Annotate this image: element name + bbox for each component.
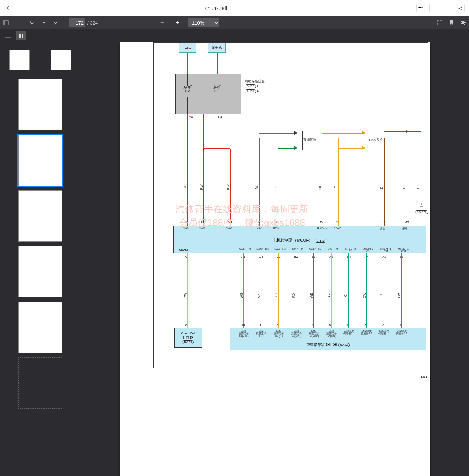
find-button[interactable]: [26, 17, 38, 29]
zoom-in-button[interactable]: +: [171, 17, 183, 29]
main-area: IGN2蓄电池 EF0810A EF2410A 前舱保险丝盒B-156 EB-1…: [0, 42, 469, 476]
wiring-diagram: IGN2蓄电池 EF0810A EF2410A 前舱保险丝盒B-156 EB-1…: [120, 42, 430, 379]
pdf-viewer[interactable]: IGN2蓄电池 EF0810A EF2410A 前舱保险丝盒B-156 EB-1…: [81, 42, 469, 476]
thumbnail[interactable]: [9, 50, 30, 70]
fuse-box: EF0810A EF2410A: [175, 74, 241, 114]
thumbnail[interactable]: [18, 302, 62, 353]
svg-line-3: [33, 23, 34, 25]
minimize-button[interactable]: −: [429, 4, 438, 12]
ign2-box: IGN2: [179, 42, 196, 53]
pdf-page: IGN2蓄电池 EF0810A EF2410A 前舱保险丝盒B-156 EB-1…: [120, 42, 430, 476]
thumbnail[interactable]: [51, 50, 71, 70]
maximize-button[interactable]: ◻: [443, 4, 451, 12]
hcu2-box: Crash Out HCU2 B-189: [174, 328, 202, 348]
sidebar-toggle[interactable]: [0, 17, 12, 29]
back-button[interactable]: [0, 6, 16, 10]
thumbnail[interactable]: [18, 79, 62, 130]
list-view-button[interactable]: [3, 31, 13, 40]
document-title: chunk.pdf: [16, 5, 416, 11]
more-button[interactable]: •••: [416, 4, 425, 12]
battery-box: 蓄电池: [208, 42, 226, 53]
svg-point-2: [30, 21, 33, 24]
thumbnail-current[interactable]: [18, 135, 62, 186]
thumbnail-loading[interactable]: [18, 357, 62, 409]
zoom-select[interactable]: 110%: [188, 18, 219, 27]
page-up-button[interactable]: [38, 17, 50, 29]
pdf-toolbar: / 324 − + 110%: [0, 16, 469, 29]
svg-rect-0: [3, 21, 8, 25]
page-total: / 324: [87, 20, 98, 26]
tools-button[interactable]: [457, 17, 469, 29]
window-titlebar: chunk.pdf ••• − ◻ ◎: [0, 0, 469, 16]
target-button[interactable]: ◎: [456, 4, 465, 12]
svg-rect-7: [19, 34, 21, 36]
grid-view-button[interactable]: [16, 31, 26, 40]
zoom-out-button[interactable]: −: [156, 17, 168, 29]
svg-rect-9: [19, 36, 21, 38]
thumbnail[interactable]: [18, 246, 62, 297]
svg-rect-10: [22, 36, 23, 38]
presentation-button[interactable]: [434, 17, 446, 29]
thumbnail[interactable]: [18, 190, 62, 242]
page-down-button[interactable]: [50, 17, 62, 29]
thumbnail-sidebar[interactable]: [0, 42, 81, 476]
view-mode-bar: [0, 29, 469, 42]
svg-rect-8: [22, 34, 23, 36]
page-number-input[interactable]: [69, 18, 85, 27]
bookmark-button[interactable]: [446, 17, 457, 29]
